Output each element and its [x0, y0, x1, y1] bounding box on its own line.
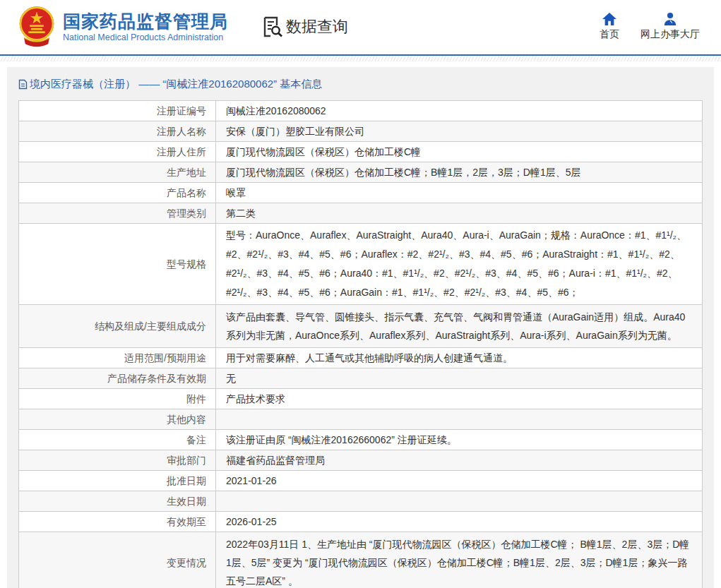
row-value: [216, 409, 703, 430]
breadcrumb-text: 境内医疗器械（注册） —— “闽械注准20162080062” 基本信息: [30, 78, 322, 91]
row-label: 管理类别: [19, 203, 216, 224]
breadcrumb: 境内医疗器械（注册） —— “闽械注准20162080062” 基本信息: [18, 76, 703, 100]
data-query-section[interactable]: 数据查询: [262, 16, 348, 38]
table-row: 生效日期: [19, 491, 703, 512]
agency-brand: 国家药品监督管理局 National Medical Products Admi…: [18, 6, 228, 48]
table-row: 适用范围/预期用途 用于对需要麻醉、人工通气或其他辅助呼吸的病人创建通气通道。: [19, 348, 703, 368]
table-row: 注册证编号 闽械注准20162080062: [19, 101, 703, 121]
table-row: 批准日期 2021-01-26: [19, 471, 703, 491]
row-value: 2022年03月11日 1、生产地址由 “厦门现代物流园区（保税区）仓储加工楼C…: [216, 532, 703, 588]
table-row: 备注 该注册证由原 “闽械注准20162660062” 注册证延续。: [19, 430, 703, 450]
row-value: 厦门现代物流园区（保税区）仓储加工楼C幢: [216, 142, 703, 162]
row-label: 审批部门: [19, 450, 216, 471]
content-panel: 境内医疗器械（注册） —— “闽械注准20162080062” 基本信息 注册证…: [7, 67, 714, 588]
row-value: 闽械注准20162080062: [216, 101, 703, 121]
table-row: 注册人名称 安保（厦门）塑胶工业有限公司: [19, 121, 703, 142]
row-label: 生效日期: [19, 491, 216, 512]
row-value: 安保（厦门）塑胶工业有限公司: [216, 121, 703, 142]
table-row: 结构及组成/主要组成成分 该产品由套囊、导气管、圆锥接头、指示气囊、充气管、气阀…: [19, 305, 703, 348]
agency-title-block: 国家药品监督管理局 National Medical Products Admi…: [63, 11, 228, 43]
hatch-strip: [0, 56, 721, 61]
row-value: 厦门现代物流园区（保税区）仓储加工楼C幢；B幢1层，2层，3层；D幢1层、5层: [216, 162, 703, 183]
document-icon: [18, 79, 28, 90]
row-value: 2026-01-25: [216, 512, 703, 532]
table-row: 产品名称 喉罩: [19, 183, 703, 203]
home-icon: [602, 12, 617, 26]
row-label: 批准日期: [19, 471, 216, 491]
table-row: 有效期至 2026-01-25: [19, 512, 703, 532]
table-row: 其他内容: [19, 409, 703, 430]
row-value: 福建省药品监督管理局: [216, 450, 703, 471]
row-value: 该注册证由原 “闽械注准20162660062” 注册证延续。: [216, 430, 703, 450]
row-value: 第二类: [216, 203, 703, 224]
nav-home[interactable]: 首页: [600, 12, 619, 41]
row-label: 其他内容: [19, 409, 216, 430]
document-magnifier-icon: [262, 16, 283, 38]
table-row: 产品储存条件及有效期 无: [19, 368, 703, 389]
row-value: 用于对需要麻醉、人工通气或其他辅助呼吸的病人创建通气通道。: [216, 348, 703, 368]
row-value: 无: [216, 368, 703, 389]
row-label: 产品名称: [19, 183, 216, 203]
agency-name-zh: 国家药品监督管理局: [63, 11, 228, 32]
row-label: 型号规格: [19, 224, 216, 305]
nav-home-label: 首页: [600, 28, 619, 41]
nav-service-hall[interactable]: 网上办事大厅: [640, 12, 700, 41]
row-label: 生产地址: [19, 162, 216, 183]
row-label: 备注: [19, 430, 216, 450]
row-label: 适用范围/预期用途: [19, 348, 216, 368]
agency-name-en: National Medical Products Administration: [63, 32, 228, 43]
table-row: 生产地址 厦门现代物流园区（保税区）仓储加工楼C幢；B幢1层，2层，3层；D幢1…: [19, 162, 703, 183]
row-value: [216, 491, 703, 512]
row-label: 注册人住所: [19, 142, 216, 162]
national-emblem-logo: [18, 6, 56, 48]
person-icon: [662, 12, 678, 26]
row-value: 型号：AuraOnce、Auraflex、AuraStraight、Aura40…: [216, 224, 703, 305]
table-row: 变更情况 2022年03月11日 1、生产地址由 “厦门现代物流园区（保税区）仓…: [19, 532, 703, 588]
site-header: 国家药品监督管理局 National Medical Products Admi…: [0, 0, 721, 54]
row-label: 注册人名称: [19, 121, 216, 142]
row-value: 该产品由套囊、导气管、圆锥接头、指示气囊、充气管、气阀和胃管通道（AuraGai…: [216, 305, 703, 348]
table-row: 管理类别 第二类: [19, 203, 703, 224]
row-label: 变更情况: [19, 532, 216, 588]
row-label: 产品储存条件及有效期: [19, 368, 216, 389]
row-value: 喉罩: [216, 183, 703, 203]
table-row: 审批部门 福建省药品监督管理局: [19, 450, 703, 471]
registration-info-table: 注册证编号 闽械注准20162080062 注册人名称 安保（厦门）塑胶工业有限…: [18, 100, 703, 588]
table-row: 型号规格 型号：AuraOnce、Auraflex、AuraStraight、A…: [19, 224, 703, 305]
row-label: 附件: [19, 389, 216, 409]
top-nav: 首页 网上办事大厅: [600, 12, 700, 41]
row-label: 有效期至: [19, 512, 216, 532]
nav-service-hall-label: 网上办事大厅: [640, 28, 700, 41]
table-row: 附件 产品技术要求: [19, 389, 703, 409]
row-value: 产品技术要求: [216, 389, 703, 409]
row-value: 2021-01-26: [216, 471, 703, 491]
row-label: 注册证编号: [19, 101, 216, 121]
data-query-label: 数据查询: [286, 16, 348, 37]
row-label: 结构及组成/主要组成成分: [19, 305, 216, 348]
table-row: 注册人住所 厦门现代物流园区（保税区）仓储加工楼C幢: [19, 142, 703, 162]
